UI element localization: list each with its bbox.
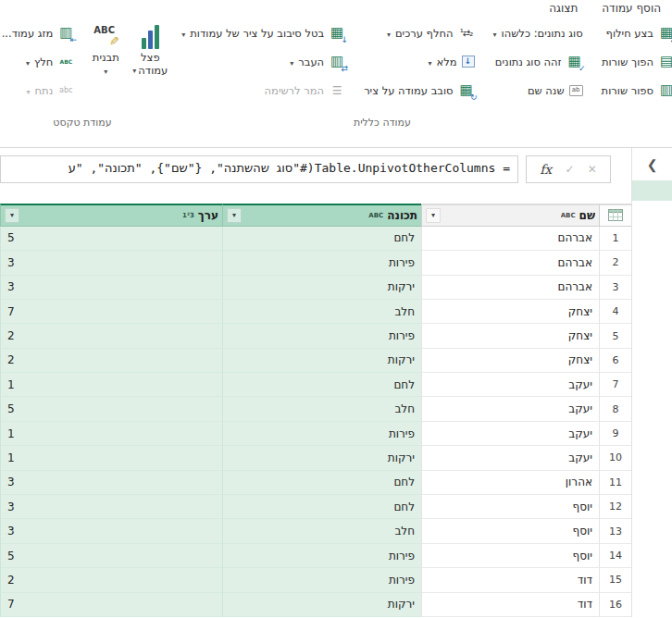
dropdown-caret-icon xyxy=(27,84,31,97)
value-cell[interactable]: 2 xyxy=(0,349,222,373)
row-number-cell[interactable]: 15 xyxy=(599,568,631,592)
name-cell[interactable]: יעקב xyxy=(421,422,599,446)
reverse-rows-button[interactable]: הפוך שורות xyxy=(598,47,672,76)
name-cell[interactable]: אהרון xyxy=(421,471,599,495)
formula-input[interactable]: = Table.UnpivotOtherColumns(#"סוג שהשתנה… xyxy=(0,155,518,183)
split-column-button[interactable]: פצל עמודה xyxy=(128,16,172,116)
move-button[interactable]: העבר xyxy=(178,47,349,76)
row-number-cell[interactable]: 7 xyxy=(599,373,631,397)
format-button[interactable]: תבנית xyxy=(83,16,128,116)
value-cell[interactable]: 3 xyxy=(0,251,222,275)
name-cell[interactable]: יוסף xyxy=(421,495,599,519)
filter-dropdown-button[interactable] xyxy=(426,208,441,223)
count-rows-button[interactable]: ספור שורות xyxy=(598,76,672,105)
name-cell[interactable]: יעקב xyxy=(421,373,599,397)
unpivot-columns-button[interactable]: בטל סיבוב על ציר של עמודות xyxy=(178,19,349,47)
value-cell[interactable]: 3 xyxy=(0,495,222,519)
commit-formula-button[interactable]: ✓ xyxy=(565,163,574,176)
expand-queries-pane-button[interactable]: ❯ xyxy=(647,157,658,176)
row-number-cell[interactable]: 11 xyxy=(599,471,631,495)
convert-to-list-label: המר לרשימה xyxy=(265,84,325,97)
row-number-cell[interactable]: 13 xyxy=(599,519,631,543)
column-header-value[interactable]: ערך 1²3 xyxy=(0,204,222,227)
data-type-button[interactable]: סוג נתונים: כלשהו xyxy=(490,19,587,47)
attribute-cell[interactable]: פירות xyxy=(222,251,421,275)
value-cell[interactable]: 5 xyxy=(0,544,222,568)
name-cell[interactable]: יצחק xyxy=(421,324,599,348)
attribute-cell[interactable]: ירקות xyxy=(222,349,421,373)
value-cell[interactable]: 3 xyxy=(0,519,222,543)
attribute-cell[interactable]: לחם xyxy=(222,471,421,495)
value-cell[interactable]: 1 xyxy=(0,446,222,470)
value-cell[interactable]: 5 xyxy=(0,397,222,421)
attribute-cell[interactable]: לחם xyxy=(222,227,421,251)
column-header-attribute[interactable]: תכונה ABC xyxy=(222,204,421,227)
name-cell[interactable]: יעקב xyxy=(421,446,599,470)
tab-add-column[interactable]: הוסף עמודה xyxy=(602,2,661,15)
attribute-cell[interactable]: ירקות xyxy=(222,446,421,470)
fill-button[interactable]: מלא xyxy=(360,47,478,76)
attribute-cell[interactable]: לחם xyxy=(222,373,421,397)
value-cell[interactable]: 2 xyxy=(0,324,222,348)
value-cell[interactable]: 5 xyxy=(0,227,222,251)
attribute-cell[interactable]: ירקות xyxy=(222,593,421,617)
name-cell[interactable]: אברהם xyxy=(421,276,599,300)
attribute-cell[interactable]: לחם xyxy=(222,495,421,519)
name-cell[interactable]: יעקב xyxy=(421,397,599,421)
value-cell[interactable]: 3 xyxy=(0,276,222,300)
detect-data-type-button[interactable]: זהה סוג נתונים xyxy=(490,47,587,76)
cancel-formula-button[interactable]: ✕ xyxy=(588,163,597,176)
name-cell[interactable]: אברהם xyxy=(421,227,599,251)
rename-button[interactable]: שנה שם xyxy=(490,76,587,105)
value-cell[interactable]: 1 xyxy=(0,422,222,446)
name-cell[interactable]: יוסף xyxy=(421,519,599,543)
pivot-column-button[interactable]: סובב עמודה על ציר xyxy=(360,76,478,105)
row-number-cell[interactable]: 14 xyxy=(599,544,631,568)
name-cell[interactable]: דוד xyxy=(421,593,599,617)
merge-columns-button[interactable]: מזג עמוד... xyxy=(0,19,78,47)
row-number-cell[interactable]: 12 xyxy=(599,495,631,519)
name-cell[interactable]: יוסף xyxy=(421,544,599,568)
value-cell[interactable]: 3 xyxy=(0,471,222,495)
convert-to-list-icon xyxy=(329,82,345,99)
attribute-cell[interactable]: פירות xyxy=(222,324,421,348)
row-number-cell[interactable]: 10 xyxy=(599,446,631,470)
value-cell[interactable]: 7 xyxy=(0,593,222,617)
attribute-cell[interactable]: ירקות xyxy=(222,276,421,300)
data-preview-grid: שם ABC תכונה ABC ערך xyxy=(0,204,631,617)
row-number-cell[interactable]: 2 xyxy=(599,251,631,275)
name-cell[interactable]: אברהם xyxy=(421,251,599,275)
tab-view[interactable]: תצוגה xyxy=(549,2,578,15)
row-number-cell[interactable]: 6 xyxy=(599,349,631,373)
queries-pane-tab[interactable] xyxy=(632,180,672,201)
transpose-button[interactable]: בצע חילוף xyxy=(598,19,672,47)
fill-icon xyxy=(462,56,475,68)
value-cell[interactable]: 1 xyxy=(0,373,222,397)
value-cell[interactable]: 2 xyxy=(0,568,222,592)
replace-values-button[interactable]: החלף ערכים xyxy=(360,19,478,47)
row-number-cell[interactable]: 9 xyxy=(599,422,631,446)
row-number-cell[interactable]: 5 xyxy=(599,324,631,348)
row-number-cell[interactable]: 3 xyxy=(599,276,631,300)
attribute-cell[interactable]: חלב xyxy=(222,519,421,543)
value-cell[interactable]: 7 xyxy=(0,300,222,324)
name-cell[interactable]: דוד xyxy=(421,568,599,592)
attribute-cell[interactable]: פירות xyxy=(222,568,421,592)
transpose-icon xyxy=(658,25,672,42)
attribute-cell[interactable]: חלב xyxy=(222,397,421,421)
row-number-cell[interactable]: 4 xyxy=(599,300,631,324)
extract-button[interactable]: חלץ xyxy=(0,47,78,76)
column-header-name[interactable]: שם ABC xyxy=(421,204,599,227)
name-cell[interactable]: יצחק xyxy=(421,349,599,373)
name-cell[interactable]: יצחק xyxy=(421,300,599,324)
attribute-cell[interactable]: חלב xyxy=(222,300,421,324)
row-number-cell[interactable]: 8 xyxy=(599,397,631,421)
row-number-cell[interactable]: 1 xyxy=(599,227,631,251)
filter-dropdown-button[interactable] xyxy=(5,208,19,223)
attribute-cell[interactable]: פירות xyxy=(222,422,421,446)
select-all-corner-button[interactable] xyxy=(599,204,631,227)
attribute-cell[interactable]: פירות xyxy=(222,544,421,568)
row-number-cell[interactable]: 16 xyxy=(599,593,631,617)
add-step-fx-button[interactable]: fx xyxy=(540,162,552,177)
filter-dropdown-button[interactable] xyxy=(227,208,242,223)
